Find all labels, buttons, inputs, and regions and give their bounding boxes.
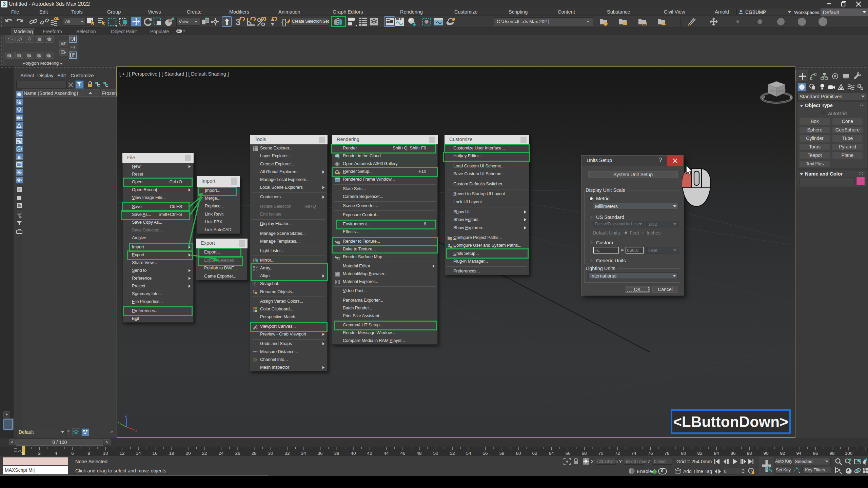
svg-text:y: y: [118, 420, 119, 424]
svg-text:S: S: [790, 96, 792, 100]
svg-text:W: W: [762, 96, 765, 100]
svg-text:x: x: [135, 429, 137, 432]
svg-text:{}: {}: [281, 17, 287, 26]
svg-text:z: z: [125, 414, 127, 418]
